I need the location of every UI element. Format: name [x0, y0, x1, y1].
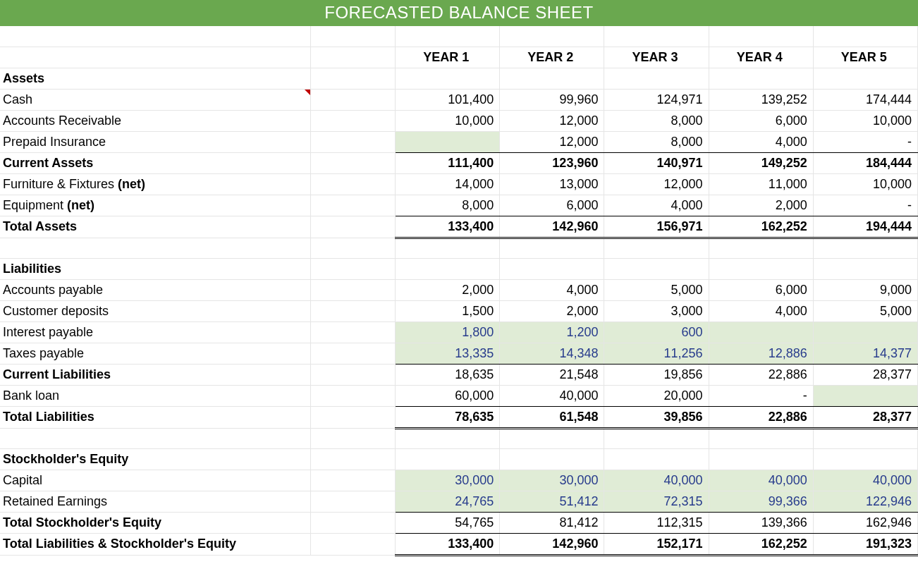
cell[interactable]: 8,000 — [396, 195, 500, 216]
row-interest-payable[interactable]: Interest payable 1,800 1,200 600 — [0, 321, 918, 343]
cell[interactable]: 12,000 — [500, 110, 604, 131]
cell[interactable]: 11,256 — [604, 343, 709, 364]
cell[interactable]: 1,800 — [396, 321, 500, 343]
cell[interactable]: 5,000 — [813, 300, 917, 321]
cell[interactable]: 123,960 — [500, 152, 604, 173]
row-total-liabilities[interactable]: Total Liabilities 78,635 61,548 39,856 2… — [0, 406, 918, 428]
cell[interactable]: 78,635 — [396, 406, 500, 428]
row-bank-loan[interactable]: Bank loan 60,000 40,000 20,000 - — [0, 385, 918, 406]
cell[interactable]: 600 — [604, 321, 709, 343]
cell[interactable]: 1,500 — [396, 300, 500, 321]
cell[interactable]: 30,000 — [396, 470, 500, 491]
cell[interactable]: 184,444 — [813, 152, 917, 173]
cell[interactable]: 6,000 — [500, 195, 604, 216]
cell[interactable]: 40,000 — [604, 470, 709, 491]
cell[interactable]: 4,000 — [604, 195, 709, 216]
cell[interactable]: 19,856 — [604, 364, 709, 385]
cell[interactable]: 30,000 — [500, 470, 604, 491]
cell[interactable]: 10,000 — [813, 173, 917, 195]
cell[interactable]: 140,971 — [604, 152, 709, 173]
cell[interactable]: - — [813, 131, 917, 152]
row-customer-deposits[interactable]: Customer deposits 1,500 2,000 3,000 4,00… — [0, 300, 918, 321]
cell[interactable]: 4,000 — [709, 131, 813, 152]
cell[interactable]: 39,856 — [604, 406, 709, 428]
cell[interactable]: 13,000 — [500, 173, 604, 195]
cell[interactable]: 2,000 — [396, 279, 500, 300]
cell[interactable]: 6,000 — [709, 279, 813, 300]
cell[interactable]: 12,000 — [500, 131, 604, 152]
row-ar[interactable]: Accounts Receivable 10,000 12,000 8,000 … — [0, 110, 918, 131]
cell[interactable]: - — [709, 385, 813, 406]
cell[interactable]: 1,200 — [500, 321, 604, 343]
cell[interactable]: 152,171 — [604, 533, 709, 555]
cell[interactable]: 13,335 — [396, 343, 500, 364]
cell[interactable]: 191,323 — [813, 533, 917, 555]
cell[interactable]: 3,000 — [604, 300, 709, 321]
cell[interactable] — [813, 321, 917, 343]
cell[interactable]: 11,000 — [709, 173, 813, 195]
row-equipment[interactable]: Equipment (net) 8,000 6,000 4,000 2,000 … — [0, 195, 918, 216]
cell[interactable]: 54,765 — [396, 512, 500, 533]
row-current-assets[interactable]: Current Assets 111,400 123,960 140,971 1… — [0, 152, 918, 173]
cell[interactable]: 2,000 — [709, 195, 813, 216]
cell[interactable]: 8,000 — [604, 131, 709, 152]
cell[interactable]: 194,444 — [813, 216, 917, 238]
cell[interactable]: - — [813, 195, 917, 216]
cell[interactable]: 162,252 — [709, 216, 813, 238]
cell[interactable]: 4,000 — [709, 300, 813, 321]
cell[interactable]: 81,412 — [500, 512, 604, 533]
cell[interactable]: 99,960 — [500, 89, 604, 110]
cell[interactable]: 40,000 — [813, 470, 917, 491]
cell[interactable]: 139,252 — [709, 89, 813, 110]
row-retained-earnings[interactable]: Retained Earnings 24,765 51,412 72,315 9… — [0, 491, 918, 512]
row-total-liab-se[interactable]: Total Liabilities & Stockholder's Equity… — [0, 533, 918, 555]
row-taxes-payable[interactable]: Taxes payable 13,335 14,348 11,256 12,88… — [0, 343, 918, 364]
cell[interactable]: 5,000 — [604, 279, 709, 300]
cell[interactable]: 20,000 — [604, 385, 709, 406]
cell[interactable]: 21,548 — [500, 364, 604, 385]
cell[interactable]: 142,960 — [500, 533, 604, 555]
cell[interactable]: 111,400 — [396, 152, 500, 173]
cell[interactable]: 14,000 — [396, 173, 500, 195]
row-prepaid[interactable]: Prepaid Insurance 12,000 8,000 4,000 - — [0, 131, 918, 152]
cell[interactable]: 51,412 — [500, 491, 604, 512]
cell[interactable]: 61,548 — [500, 406, 604, 428]
cell[interactable]: 156,971 — [604, 216, 709, 238]
cell[interactable]: 174,444 — [813, 89, 917, 110]
cell[interactable]: 28,377 — [813, 364, 917, 385]
cell[interactable]: 10,000 — [813, 110, 917, 131]
cell[interactable]: 9,000 — [813, 279, 917, 300]
cell[interactable]: 14,348 — [500, 343, 604, 364]
cell[interactable]: 149,252 — [709, 152, 813, 173]
row-current-liabilities[interactable]: Current Liabilities 18,635 21,548 19,856… — [0, 364, 918, 385]
cell[interactable]: 162,252 — [709, 533, 813, 555]
cell[interactable]: 2,000 — [500, 300, 604, 321]
cell[interactable]: 122,946 — [813, 491, 917, 512]
cell[interactable]: 124,971 — [604, 89, 709, 110]
cell[interactable]: 60,000 — [396, 385, 500, 406]
cell[interactable]: 6,000 — [709, 110, 813, 131]
cell[interactable]: 40,000 — [709, 470, 813, 491]
cell[interactable]: 133,400 — [396, 533, 500, 555]
cell[interactable]: 22,886 — [709, 406, 813, 428]
row-ap[interactable]: Accounts payable 2,000 4,000 5,000 6,000… — [0, 279, 918, 300]
cell[interactable]: 101,400 — [396, 89, 500, 110]
cell[interactable]: 10,000 — [396, 110, 500, 131]
row-furniture[interactable]: Furniture & Fixtures (net) 14,000 13,000… — [0, 173, 918, 195]
row-total-se[interactable]: Total Stockholder's Equity 54,765 81,412… — [0, 512, 918, 533]
cell[interactable]: 72,315 — [604, 491, 709, 512]
cell[interactable]: 99,366 — [709, 491, 813, 512]
cell[interactable]: 40,000 — [500, 385, 604, 406]
cell[interactable]: 18,635 — [396, 364, 500, 385]
row-total-assets[interactable]: Total Assets 133,400 142,960 156,971 162… — [0, 216, 918, 238]
cell[interactable]: 142,960 — [500, 216, 604, 238]
cell[interactable]: 12,886 — [709, 343, 813, 364]
cell[interactable]: 4,000 — [500, 279, 604, 300]
cell[interactable]: 28,377 — [813, 406, 917, 428]
cell[interactable]: 112,315 — [604, 512, 709, 533]
cell[interactable]: 24,765 — [396, 491, 500, 512]
cell[interactable]: 8,000 — [604, 110, 709, 131]
cell[interactable]: 162,946 — [813, 512, 917, 533]
cell[interactable] — [813, 385, 917, 406]
cell[interactable]: 14,377 — [813, 343, 917, 364]
